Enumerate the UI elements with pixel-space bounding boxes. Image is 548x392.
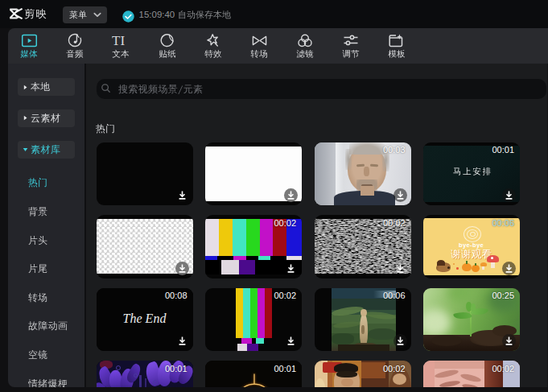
svg-text:TI: TI xyxy=(112,34,125,47)
